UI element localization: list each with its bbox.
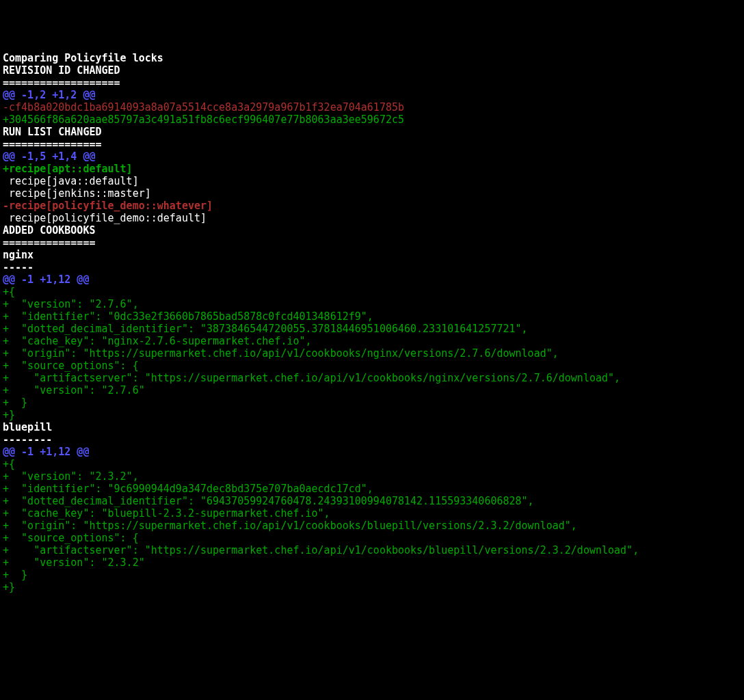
diff-line: -cf4b8a020bdc1ba6914093a8a07a5514cce8a3a… [3, 101, 741, 113]
diff-line: + "identifier": "9c6990944d9a347dec8bd37… [3, 483, 741, 495]
diff-hunk-header: @@ -1 +1,12 @@ [3, 446, 741, 458]
section-underline: ================ [3, 138, 741, 150]
diff-line: +} [3, 409, 741, 421]
diff-line: + "version": "2.3.2" [3, 556, 741, 569]
diff-line: + "artifactserver": "https://supermarket… [3, 544, 741, 556]
cookbook-underline: ----- [3, 261, 741, 273]
diff-hunk-header: @@ -1,2 +1,2 @@ [3, 89, 741, 101]
diff-line: recipe[policyfile_demo::default] [3, 212, 741, 224]
diff-line: + "dotted_decimal_identifier": "69437059… [3, 495, 741, 507]
diff-line: + "origin": "https://supermarket.chef.io… [3, 520, 741, 532]
section-heading: RUN LIST CHANGED [3, 126, 741, 138]
diff-line: + "cache_key": "nginx-2.7.6-supermarket.… [3, 335, 741, 347]
diff-line: +recipe[apt::default] [3, 163, 741, 175]
diff-line: + "version": "2.7.6" [3, 384, 741, 396]
diff-line: + "source_options": { [3, 360, 741, 372]
diff-line: -recipe[policyfile_demo::whatever] [3, 200, 741, 212]
diff-line: + "version": "2.3.2", [3, 470, 741, 483]
diff-line: + "version": "2.7.6", [3, 298, 741, 310]
section-underline: =============== [3, 237, 741, 249]
diff-line: +304566f86a620aae85797a3c491a51fb8c6ecf9… [3, 113, 741, 126]
cookbook-underline: -------- [3, 433, 741, 446]
diff-line: + "cache_key": "bluepill-2.3.2-supermark… [3, 507, 741, 520]
output-title: Comparing Policyfile locks [3, 52, 741, 64]
diff-hunk-header: @@ -1 +1,12 @@ [3, 273, 741, 286]
diff-line: + "identifier": "0dc33e2f3660b7865bad587… [3, 310, 741, 323]
diff-line: + } [3, 569, 741, 581]
cookbook-name: bluepill [3, 421, 741, 433]
diff-line: recipe[jenkins::master] [3, 187, 741, 200]
section-heading: REVISION ID CHANGED [3, 64, 741, 77]
diff-line: + "source_options": { [3, 532, 741, 544]
section-underline: =================== [3, 77, 741, 89]
diff-line: +{ [3, 286, 741, 298]
diff-hunk-header: @@ -1,5 +1,4 @@ [3, 150, 741, 163]
cookbook-name: nginx [3, 249, 741, 261]
diff-line: +{ [3, 458, 741, 470]
diff-line: +} [3, 581, 741, 593]
diff-line: recipe[java::default] [3, 175, 741, 187]
diff-line: + "dotted_decimal_identifier": "38738465… [3, 323, 741, 335]
diff-line: + "artifactserver": "https://supermarket… [3, 372, 741, 384]
section-heading: ADDED COOKBOOKS [3, 224, 741, 237]
diff-line: + } [3, 396, 741, 409]
terminal-output: Comparing Policyfile locksREVISION ID CH… [3, 52, 741, 593]
diff-line: + "origin": "https://supermarket.chef.io… [3, 347, 741, 360]
